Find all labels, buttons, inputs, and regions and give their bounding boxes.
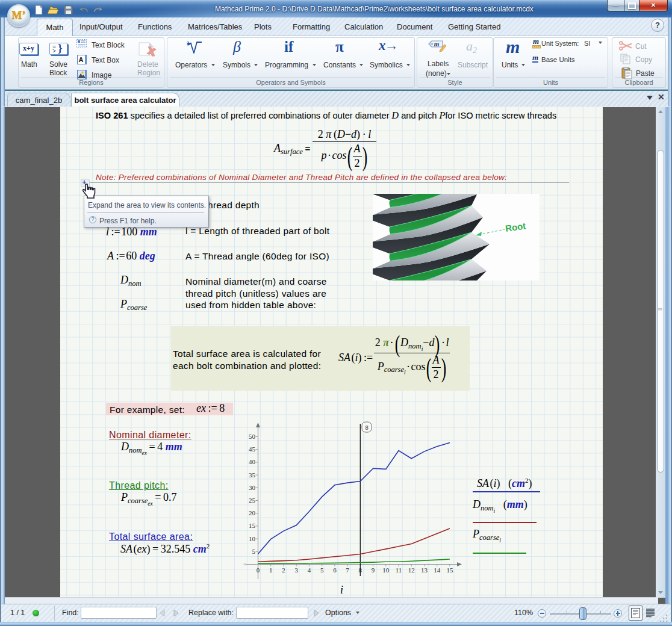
svg-text:4: 4	[308, 566, 311, 574]
svg-text:6: 6	[333, 566, 337, 574]
svg-text:5: 5	[252, 548, 256, 555]
svg-text:14: 14	[434, 566, 441, 574]
svg-text:15: 15	[249, 522, 256, 529]
svg-text:13: 13	[421, 566, 428, 574]
svg-text:A: A	[79, 56, 84, 63]
svg-text:5: 5	[320, 566, 324, 574]
svg-text:11: 11	[396, 566, 402, 574]
svg-text:20: 20	[249, 509, 256, 516]
svg-text:45: 45	[249, 445, 256, 453]
svg-text:15: 15	[446, 566, 453, 574]
svg-text:0: 0	[257, 566, 260, 574]
svg-text:m: m	[434, 40, 440, 48]
svg-text:10: 10	[249, 535, 256, 542]
svg-text:35: 35	[249, 471, 256, 479]
svg-text:40: 40	[249, 458, 256, 465]
svg-text:12: 12	[408, 566, 415, 574]
svg-text:9: 9	[372, 566, 375, 574]
svg-text:10: 10	[382, 566, 390, 574]
svg-text:3: 3	[294, 566, 298, 574]
svg-text:7: 7	[346, 566, 349, 574]
svg-text:1: 1	[269, 566, 273, 574]
svg-text:2: 2	[282, 566, 285, 574]
svg-text:30: 30	[249, 484, 256, 491]
svg-text:8: 8	[365, 424, 368, 431]
svg-text:3: 3	[187, 41, 189, 46]
svg-text:25: 25	[249, 497, 256, 504]
svg-text:50: 50	[249, 433, 256, 440]
